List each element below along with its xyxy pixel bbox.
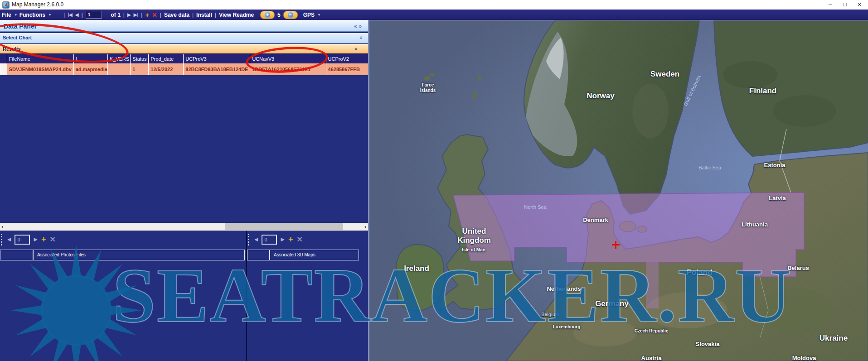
cell-prod_date[interactable]: 12/5/2022 [148,63,183,75]
separator: | [81,12,82,18]
separator: | [141,12,142,18]
separator: | [215,12,216,18]
horizontal-scrollbar[interactable]: ‹ › [0,223,368,231]
zoom-out-button[interactable]: − [283,11,298,19]
map-base [369,20,868,361]
map-label-kingdom: Kingdom [457,236,491,245]
separator: | [160,12,161,18]
cell-filename[interactable]: SDVJENM019SMAP24.dbv [7,63,73,75]
column-header-l[interactable]: L [73,54,107,63]
cell-ucprov3[interactable]: 82BC8FD93BA18EB124DE [183,63,250,75]
photos-delete-icon[interactable]: ✕ [49,235,55,244]
maps3d-count-field[interactable]: 0 [262,235,277,245]
maps3d-prev-button[interactable]: ◀ [254,236,258,242]
minimize-button[interactable]: ─ [824,0,837,9]
maps3d-selector-cell [247,250,270,260]
zoom-out-icon: − [288,12,293,18]
cell-ucprov2[interactable]: 46285867FFB [326,63,368,75]
photos-prev-button[interactable]: ◀ [7,236,11,242]
photos-count-field[interactable]: 0 [15,235,30,245]
map-label-netherlands: Netherlands [547,285,581,292]
panel-splitter[interactable] [246,231,247,361]
select-chart-label: Select Chart [3,35,32,40]
column-header-ucprov2[interactable]: UCProV2 [326,54,368,63]
map-label-faroe: Faroe [422,82,434,87]
column-header-status[interactable]: Status [130,54,148,63]
table-row[interactable]: SDVJENM019SMAP24.dbvad.mapmedia112/5/202… [0,63,368,75]
map-label-baltic-sea: Baltic Sea [698,165,721,170]
map-view[interactable]: NorwaySwedenFinlandUnitedKingdomIrelandG… [369,20,868,361]
column-header-ucprov3[interactable]: UCProV3 [183,54,250,63]
maps3d-next-button[interactable]: ▶ [281,236,284,242]
data-panel-title: Data Panel [4,23,36,30]
panel-collapse-icon[interactable]: «» [354,23,364,29]
first-record-button[interactable]: |◀ [68,12,73,17]
select-chart-section[interactable]: Select Chart « [0,33,368,43]
main-toolbar: File ▾ Functions ▾ | |◀ ◀ | 1 of 1 | ▶ ▶… [0,10,868,20]
last-record-button[interactable]: ▶| [134,12,139,17]
cell-k_vers[interactable] [107,63,131,75]
photos-mini-toolbar: ◀ 0 ▶ + ✕ [1,231,56,248]
photos-next-button[interactable]: ▶ [34,236,37,242]
scrollbar-thumb[interactable] [225,223,343,230]
separator: | [123,12,125,18]
menu-file[interactable]: File [2,12,11,18]
next-record-button[interactable]: ▶ [127,12,131,17]
maps3d-mini-toolbar: ◀ 0 ▶ + ✕ [248,231,303,248]
cell-status[interactable]: 1 [130,63,148,75]
column-header-k_vers[interactable]: K_VERS [107,54,131,63]
maps3d-add-icon[interactable]: + [288,235,293,244]
expand-section-icon[interactable]: « [358,36,364,39]
zoom-level-value: 5 [277,12,281,18]
photos-add-icon[interactable]: + [41,235,46,244]
gps-button[interactable]: GPS [303,12,315,18]
scroll-right-icon[interactable]: › [364,223,366,230]
column-header-prod_date[interactable]: Prod_date [148,54,183,63]
close-button[interactable]: ✕ [853,0,866,9]
map-label-isle-of-man: Isle of Man [462,247,485,252]
map-label-czech-republic: Czech Republic [635,328,668,333]
map-label-finland: Finland [749,87,776,96]
collapse-section-icon[interactable]: « [354,48,360,51]
save-data-button[interactable]: Save data [164,12,189,18]
window-title: Map Manager 2.6.0.0 [12,1,63,8]
column-header-ucnavv3[interactable]: UCNavV3 [250,54,325,63]
map-label-sweden: Sweden [650,70,679,79]
title-bar: Map Manager 2.6.0.0 ─ ☐ ✕ [0,0,868,10]
menu-functions[interactable]: Functions [19,12,45,18]
separator: | [63,12,65,18]
photos-panel-title: Associated Photos Files [33,250,245,260]
map-label-germany: Germany [595,299,629,308]
chevron-down-icon: ▾ [49,13,51,17]
prev-record-button[interactable]: ◀ [75,12,79,17]
row-selector-cell[interactable] [0,63,7,75]
map-label-lithuania: Lithuania [742,221,768,228]
map-label-latvia: Latvia [769,195,786,202]
view-readme-button[interactable]: View Readme [219,12,254,18]
record-number-field[interactable]: 1 [86,11,102,19]
drag-grip-icon[interactable] [248,234,251,245]
maps3d-delete-icon[interactable]: ✕ [296,235,302,244]
map-label-austria: Austria [641,355,662,361]
map-label-united: United [462,227,486,236]
scroll-left-icon[interactable]: ‹ [1,223,3,230]
chevron-down-icon: ▾ [15,13,17,17]
delete-record-icon[interactable]: ✕ [152,11,157,19]
cell-l[interactable]: ad.mapmedia [73,63,107,75]
data-panel: Data Panel «» Select Chart « Results « F… [0,20,369,361]
data-panel-header: Data Panel «» [0,20,368,32]
app-icon [2,1,10,9]
results-grid: FileNameLK_VERSStatusProd_dateUCProV3UCN… [0,54,368,75]
chevron-down-icon: ▾ [318,13,320,17]
column-header-filename[interactable]: FileName [7,54,73,63]
results-section[interactable]: Results « [0,44,368,54]
add-record-icon[interactable]: + [145,11,149,19]
map-label-slovakia: Slovakia [696,341,720,347]
cell-ucnavv3[interactable]: 1DD57A162105685724E1 [250,63,325,75]
maps3d-panel-header-row: Associated 3D Maps [247,250,359,260]
map-label-luxembourg: Luxembourg [553,324,581,329]
zoom-in-button[interactable]: + [260,11,275,19]
install-button[interactable]: Install [196,12,212,18]
drag-grip-icon[interactable] [1,234,4,245]
maximize-button[interactable]: ☐ [839,0,851,9]
